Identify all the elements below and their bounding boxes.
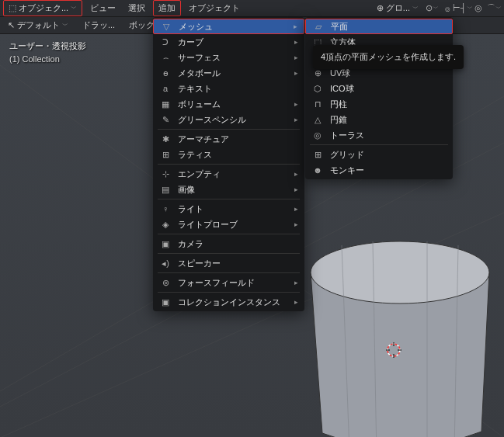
lattice-icon: ⊞: [159, 148, 172, 161]
submenu-arrow-icon: ▸: [294, 38, 298, 46]
menu-select[interactable]: 選択: [123, 1, 150, 16]
plane-icon: ▱: [312, 20, 325, 33]
light-icon: ♀: [159, 203, 172, 215]
menu-item-armature[interactable]: ✱アーマチュア: [153, 131, 304, 147]
menu-item-label: エンプティ: [178, 168, 280, 180]
menu-separator: [158, 129, 300, 130]
menu-item-cylinder[interactable]: ⊓円柱: [305, 96, 453, 112]
submenu-arrow-icon: ▸: [294, 170, 298, 178]
menu-item-label: 円錐: [330, 114, 447, 126]
menu-item-label: モンキー: [330, 165, 447, 176]
menu-item-torus[interactable]: ◎トーラス: [305, 127, 453, 143]
submenu-arrow-icon: ▸: [294, 100, 298, 108]
menu-item-collection[interactable]: ▣コレクションインスタンス▸: [153, 294, 304, 310]
armature-icon: ✱: [159, 133, 172, 145]
menu-item-surface[interactable]: ⌢サーフェス▸: [153, 50, 304, 65]
proportional-toggle[interactable]: ◎: [471, 2, 485, 16]
add-menu: ▽メッシュ▸Ɔカーブ▸⌢サーフェス▸ɵメタボール▸aテキスト▦ボリューム▸✎グリ…: [153, 17, 304, 311]
menu-separator: [158, 253, 300, 254]
menu-item-lightprobe[interactable]: ◈ライトプローブ▸: [153, 217, 304, 232]
orientation-icon: ⊕: [377, 3, 384, 13]
menu-item-label: グリースペンシル: [178, 114, 280, 126]
submenu-arrow-icon: ▸: [294, 116, 298, 123]
menu-item-image[interactable]: ▤画像▸: [153, 182, 304, 197]
menu-item-metaball[interactable]: ɵメタボール▸: [153, 65, 304, 81]
icosphere-icon: ⬡: [311, 82, 324, 95]
gpencil-icon: ✎: [159, 113, 172, 126]
snap-dropdown[interactable]: ⊢┤﹀: [456, 2, 470, 16]
menu-item-label: グリッド: [330, 149, 447, 161]
cursor-icon: ↖: [8, 20, 15, 30]
tooltip: 4頂点の平面メッシュを作成します.: [313, 45, 464, 69]
mode-dropdown[interactable]: ⬚ オブジェク... ﹀: [3, 0, 82, 16]
menu-add[interactable]: 追加: [153, 0, 181, 16]
mesh-object-cylinder[interactable]: [303, 230, 497, 437]
menu-object[interactable]: オブジェクト: [184, 1, 245, 16]
chevron-down-icon: ﹀: [412, 4, 419, 12]
menu-item-label: 平面: [331, 21, 446, 33]
orientation-dropdown[interactable]: ⊕ グロ... ﹀: [372, 1, 423, 16]
header-bar: ⬚ オブジェク... ﹀ ビュー 選択 追加 オブジェクト ⊕ グロ... ﹀ …: [0, 0, 504, 17]
menu-view[interactable]: ビュー: [85, 1, 120, 16]
menu-item-label: トーラス: [330, 130, 447, 141]
menu-separator: [158, 164, 300, 165]
menu-item-gpencil[interactable]: ✎グリースペンシル▸: [153, 112, 304, 127]
menu-item-label: フォースフィールド: [178, 277, 280, 289]
menu-item-cone[interactable]: △円錐: [305, 112, 453, 127]
menu-item-plane[interactable]: ▱平面: [305, 19, 453, 34]
mesh-icon: ▽: [160, 20, 172, 33]
forcefield-icon: ⊚: [159, 276, 172, 289]
submenu-arrow-icon: ▸: [294, 54, 298, 61]
surface-icon: ⌢: [159, 51, 172, 64]
menu-item-curve[interactable]: Ɔカーブ▸: [153, 34, 304, 50]
menu-item-label: ボリューム: [178, 99, 280, 110]
menu-item-grid[interactable]: ⊞グリッド: [305, 147, 453, 162]
menu-item-icosphere[interactable]: ⬡ICO球: [305, 81, 453, 96]
proportional-dropdown[interactable]: ⌒﹀: [487, 2, 501, 16]
menu-item-empty[interactable]: ⊹エンプティ▸: [153, 166, 304, 182]
menu-item-speaker[interactable]: ◂)スピーカー: [153, 255, 304, 271]
menu-item-forcefield[interactable]: ⊚フォースフィールド▸: [153, 275, 304, 290]
camera-icon: ▣: [159, 238, 172, 250]
menu-item-label: カメラ: [178, 238, 298, 250]
menu-separator: [310, 144, 448, 145]
menu-item-label: ICO球: [330, 83, 447, 95]
curve-icon: Ɔ: [159, 36, 172, 48]
pivot-dropdown[interactable]: ⊙﹀: [425, 2, 439, 16]
chevron-down-icon: ﹀: [71, 4, 77, 12]
menu-item-lattice[interactable]: ⊞ラティス: [153, 147, 304, 162]
menu-separator: [158, 199, 300, 199]
collection-icon: ▣: [159, 296, 172, 308]
tool-settings-dropdown[interactable]: ↖ デフォルト ﹀: [3, 18, 73, 33]
menu-item-monkey[interactable]: ☻モンキー: [305, 162, 453, 178]
menu-item-mesh[interactable]: ▽メッシュ▸: [153, 19, 304, 34]
projection-label: ユーザー・透視投影: [9, 40, 86, 52]
cone-icon: △: [311, 113, 324, 126]
speaker-icon: ◂): [159, 257, 172, 269]
menu-separator: [158, 292, 300, 293]
menu-item-label: テキスト: [178, 83, 298, 95]
text-icon: a: [159, 82, 172, 95]
lightprobe-icon: ◈: [159, 218, 172, 231]
cursor-3d-icon: [384, 341, 403, 359]
volume-icon: ▦: [159, 98, 172, 110]
chevron-down-icon: ﹀: [62, 21, 68, 29]
collection-label: (1) Collection: [9, 54, 86, 64]
cylinder-icon: ⊓: [311, 98, 324, 110]
menu-separator: [158, 234, 300, 234]
menu-item-text[interactable]: aテキスト: [153, 81, 304, 96]
viewport-overlay-info: ユーザー・透視投影 (1) Collection: [9, 40, 86, 64]
menu-item-light[interactable]: ♀ライト▸: [153, 201, 304, 217]
menu-item-label: 画像: [178, 184, 280, 196]
menu-item-label: アーマチュア: [178, 134, 298, 145]
menu-item-label: ラティス: [178, 149, 298, 161]
tool-label: デフォルト: [17, 19, 60, 31]
submenu-arrow-icon: ▸: [294, 220, 298, 228]
menu-item-volume[interactable]: ▦ボリューム▸: [153, 96, 304, 112]
menu-item-label: スピーカー: [178, 258, 298, 269]
image-icon: ▤: [159, 183, 172, 196]
menu-item-label: 円柱: [330, 99, 447, 110]
menu-item-camera[interactable]: ▣カメラ: [153, 236, 304, 251]
submenu-arrow-icon: ▸: [294, 279, 298, 286]
menu-item-label: ライト: [178, 203, 280, 215]
